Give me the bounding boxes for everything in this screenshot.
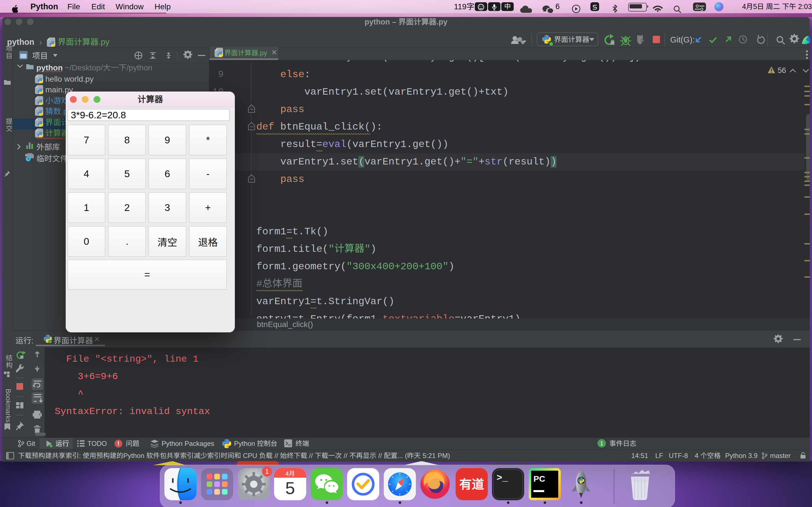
svg-text:5: 5 [285,478,295,498]
svg-text:4月: 4月 [285,470,295,477]
svg-text:PC: PC [534,474,545,483]
svg-text:Git(G):: Git(G): [670,35,695,44]
svg-text:>_: >_ [497,473,508,483]
svg-text:有道: 有道 [459,474,484,492]
svg-text:界面计算器: 界面计算器 [554,36,589,43]
svg-text:56: 56 [777,66,786,74]
